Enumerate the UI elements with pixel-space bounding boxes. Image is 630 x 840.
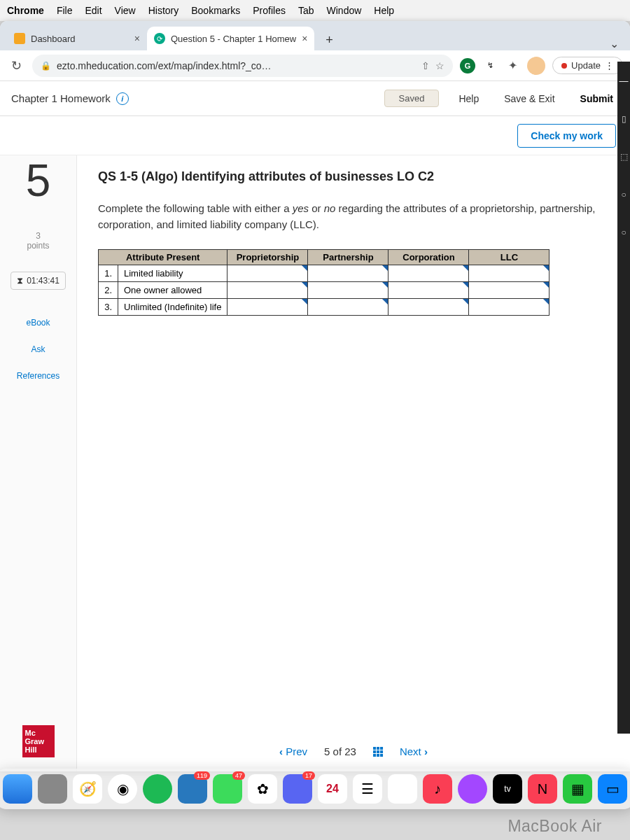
extension-icon[interactable]: ↯ — [482, 58, 498, 74]
row-label: One owner allowed — [118, 282, 227, 299]
answer-cell[interactable] — [469, 282, 550, 299]
answer-cell[interactable] — [388, 265, 469, 282]
menu-tab[interactable]: Tab — [298, 5, 314, 16]
col-corporation: Corporation — [388, 250, 469, 265]
extensions-icon[interactable]: ✦ — [505, 58, 520, 74]
prev-button[interactable]: Prev — [279, 746, 307, 757]
reload-button[interactable]: ↻ — [7, 58, 25, 74]
timer-value: 01:43:41 — [27, 276, 59, 286]
dropdown-icon — [463, 282, 468, 288]
submit-button[interactable]: Submit — [575, 89, 619, 108]
table-header-row: Attribute Present Proprietorship Partner… — [99, 250, 550, 265]
answer-cell[interactable] — [308, 299, 388, 316]
question-title: QS 1-5 (Algo) Identifying attributes of … — [98, 169, 609, 184]
answer-cell[interactable] — [388, 282, 469, 299]
menu-app[interactable]: Chrome — [7, 5, 44, 16]
dock-photos-icon[interactable]: ✿ — [248, 774, 277, 804]
newtab-button[interactable]: + — [318, 29, 340, 50]
url-text: ezto.mheducation.com/ext/map/index.html?… — [57, 60, 416, 71]
menu-history[interactable]: History — [148, 5, 179, 16]
menu-view[interactable]: View — [115, 5, 136, 16]
row-label: Limited liability — [118, 265, 227, 282]
dock-safari-icon[interactable]: 🧭 — [73, 774, 102, 804]
dock-spotify-icon[interactable] — [143, 774, 172, 804]
menu-bookmarks[interactable]: Bookmarks — [191, 5, 240, 16]
row-num: 2. — [99, 282, 118, 299]
answer-cell[interactable] — [227, 299, 308, 316]
dock-tv-icon[interactable]: tv — [493, 774, 522, 804]
update-dot-icon — [561, 63, 567, 69]
dropdown-icon — [463, 299, 468, 304]
answer-cell[interactable] — [308, 265, 388, 282]
check-my-work-button[interactable]: Check my work — [517, 124, 616, 148]
dropdown-icon — [543, 299, 549, 304]
dock-numbers-icon[interactable]: ▦ — [563, 774, 592, 804]
menu-help[interactable]: Help — [374, 5, 394, 16]
update-button[interactable]: Update ⋮ — [552, 57, 623, 74]
dock-calendar-icon[interactable]: 24 — [318, 774, 347, 804]
main-column: QS 1-5 (Algo) Identifying attributes of … — [77, 155, 630, 771]
menu-edit[interactable]: Edit — [85, 5, 102, 16]
assignment-header: Chapter 1 Homework i Saved Help Save & E… — [0, 81, 630, 116]
tabstrip: Dashboard × ⟳ Question 5 - Chapter 1 Hom… — [0, 21, 630, 50]
next-button[interactable]: Next — [400, 746, 428, 757]
row-num: 3. — [99, 299, 118, 316]
question-description: Complete the following table with either… — [98, 201, 609, 232]
star-icon[interactable]: ☆ — [435, 60, 444, 71]
dropdown-icon — [302, 282, 307, 288]
menu-file[interactable]: File — [57, 5, 73, 16]
tab-close-icon[interactable]: × — [302, 33, 307, 44]
grammarly-icon[interactable]: G — [460, 58, 475, 74]
ask-link[interactable]: Ask — [31, 344, 45, 354]
answer-cell[interactable] — [469, 265, 550, 282]
share-icon[interactable]: ⇧ — [421, 60, 430, 71]
lock-icon: 🔒 — [41, 61, 51, 71]
dock-vscode-icon[interactable]: 119 — [178, 774, 207, 804]
tab-question5-title: Question 5 - Chapter 1 Homew — [171, 34, 296, 44]
dropdown-icon — [543, 265, 549, 271]
favicon-dashboard-icon — [14, 33, 25, 44]
menu-window[interactable]: Window — [327, 5, 362, 16]
menu-profiles[interactable]: Profiles — [253, 5, 286, 16]
tab-close-icon[interactable]: × — [134, 33, 140, 44]
profile-avatar[interactable] — [527, 57, 545, 75]
dock-discord-icon[interactable]: 17 — [283, 774, 312, 804]
dock-chrome-icon[interactable]: ◉ — [108, 774, 137, 804]
answer-cell[interactable] — [469, 299, 550, 316]
references-link[interactable]: References — [17, 371, 59, 381]
tab-question5[interactable]: ⟳ Question 5 - Chapter 1 Homew × — [147, 27, 314, 50]
table-row: 3. Unlimited (Indefinite) life — [99, 299, 550, 316]
content-area: 5 3 points ⧗ 01:43:41 eBook Ask Referenc… — [0, 155, 630, 771]
omnibox[interactable]: 🔒 ezto.mheducation.com/ext/map/index.htm… — [32, 55, 453, 77]
dropdown-icon — [463, 265, 468, 271]
attributes-table: Attribute Present Proprietorship Partner… — [98, 249, 550, 316]
dropdown-icon — [302, 265, 307, 271]
grid-icon[interactable] — [373, 747, 383, 757]
dock-messages-icon[interactable]: 47 — [213, 774, 242, 804]
ebook-link[interactable]: eBook — [26, 318, 50, 328]
answer-cell[interactable] — [227, 282, 308, 299]
dock-keynote-icon[interactable]: ▭ — [598, 774, 627, 804]
answer-cell[interactable] — [227, 265, 308, 282]
timer: ⧗ 01:43:41 — [10, 272, 66, 290]
dock-finder-icon[interactable] — [3, 774, 32, 804]
answer-cell[interactable] — [308, 282, 388, 299]
assignment-title: Chapter 1 Homework i — [11, 92, 129, 105]
dock-podcasts-icon[interactable] — [458, 774, 487, 804]
dock-music-icon[interactable]: ♪ — [423, 774, 452, 804]
dropdown-icon — [382, 299, 388, 304]
dock-reminders-icon[interactable]: ☰ — [353, 774, 382, 804]
dropdown-icon — [543, 282, 549, 288]
tab-dashboard[interactable]: Dashboard × — [7, 27, 147, 50]
save-exit-button[interactable]: Save & Exit — [498, 89, 560, 108]
answer-cell[interactable] — [388, 299, 469, 316]
dock-news-icon[interactable]: N — [528, 774, 557, 804]
info-icon[interactable]: i — [116, 92, 129, 105]
dock-launchpad-icon[interactable] — [38, 774, 67, 804]
window-expand-icon[interactable]: ⌄ — [606, 37, 623, 50]
help-button[interactable]: Help — [453, 89, 484, 108]
hourglass-icon: ⧗ — [17, 275, 23, 286]
dock-notes-icon[interactable] — [388, 774, 417, 804]
macos-dock: 🧭 ◉ 119 47 ✿ 17 24 ☰ ♪ tv N ▦ ▭ — [0, 769, 630, 809]
right-edge-window: — ▯ ⬚ ○ ○ — [617, 62, 630, 734]
